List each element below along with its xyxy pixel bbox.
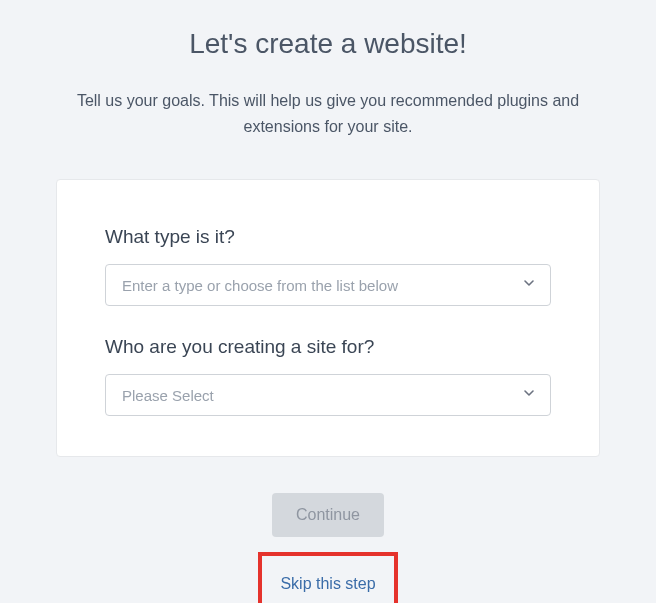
form-card: What type is it? Who are you creating a … — [56, 179, 600, 457]
continue-button[interactable]: Continue — [272, 493, 384, 537]
type-select-wrapper — [105, 264, 551, 306]
actions: Continue Skip this step — [258, 493, 397, 603]
page-title: Let's create a website! — [189, 28, 467, 60]
audience-select-wrapper — [105, 374, 551, 416]
audience-label: Who are you creating a site for? — [105, 336, 551, 358]
page-subtitle: Tell us your goals. This will help us gi… — [0, 88, 656, 139]
audience-select[interactable] — [105, 374, 551, 416]
skip-highlight-box: Skip this step — [258, 552, 397, 603]
field-audience: Who are you creating a site for? — [105, 336, 551, 416]
skip-link[interactable]: Skip this step — [280, 575, 375, 592]
field-type: What type is it? — [105, 226, 551, 306]
type-label: What type is it? — [105, 226, 551, 248]
type-select[interactable] — [105, 264, 551, 306]
